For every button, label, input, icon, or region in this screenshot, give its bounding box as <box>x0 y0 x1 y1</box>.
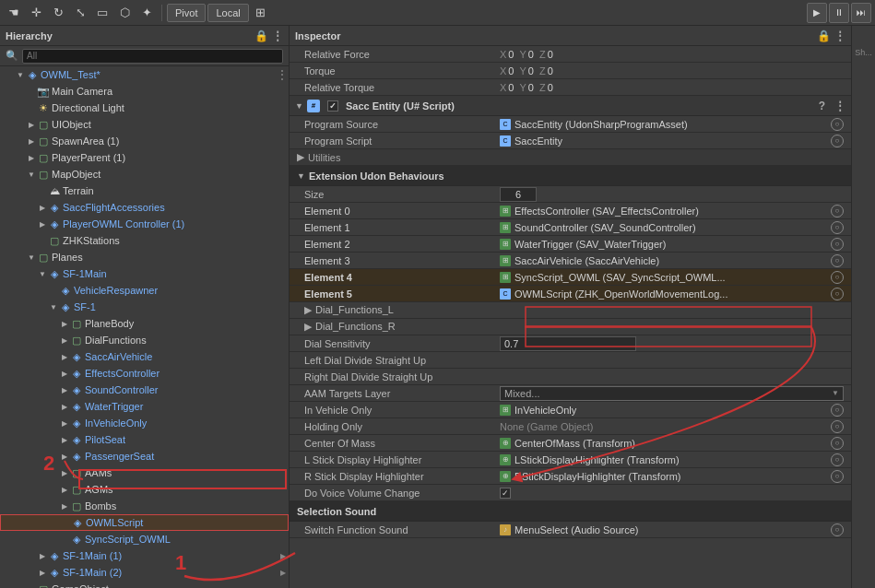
tree-label: InVehicleOnly <box>85 417 289 429</box>
rotate-tool-icon[interactable]: ↻ <box>48 3 68 23</box>
tree-item-pilot-seat[interactable]: ▶ ◈ PilotSeat <box>0 431 289 448</box>
tree-item-game-object[interactable]: ▢ GameObject <box>0 581 289 588</box>
scale-tool-icon[interactable]: ⤡ <box>70 3 90 23</box>
tree-item-in-vehicle[interactable]: ▶ ◈ InVehicleOnly <box>0 415 289 431</box>
script-icon: C <box>500 135 511 147</box>
expand-arrow <box>59 534 70 545</box>
dial-sensitivity-row: Dial Sensitivity <box>290 335 851 352</box>
utilities-section[interactable]: ▶ Utilities <box>290 149 851 166</box>
circle-select-btn[interactable]: ○ <box>831 254 844 267</box>
circle-select-btn[interactable]: ○ <box>831 118 844 131</box>
tree-item-terrain[interactable]: ⛰ Terrain <box>0 182 289 199</box>
tree-item-water[interactable]: ▶ ◈ WaterTrigger <box>0 398 289 415</box>
inspector-menu-icon[interactable]: ⋮ <box>834 29 845 42</box>
hierarchy-menu-icon[interactable]: ⋮ <box>272 29 283 42</box>
prefab-icon: ◈ <box>48 566 61 579</box>
tree-item-sf1main-2[interactable]: ▶ ◈ SF-1Main (2) ▶ <box>0 564 289 581</box>
tree-item-planes[interactable]: ▼ ▢ Planes <box>0 249 289 265</box>
circle-select-btn[interactable]: ○ <box>831 523 844 536</box>
circle-select-btn[interactable]: ○ <box>831 420 844 433</box>
move-tool-icon[interactable]: ✛ <box>26 3 46 23</box>
element-value: ⊞ WaterTrigger (SAV_WaterTrigger) ○ <box>500 238 844 251</box>
tree-item-sf1[interactable]: ▼ ◈ SF-1 <box>0 299 289 315</box>
element-1-row: Element 1 ⊞ SoundController (SAV_SoundCo… <box>290 219 851 236</box>
circle-select-btn[interactable]: ○ <box>831 288 844 300</box>
tree-item-zhk-stations[interactable]: ▢ ZHKStations <box>0 232 289 249</box>
component-settings-icon[interactable]: ⋮ <box>834 100 845 112</box>
tree-item-owml-test[interactable]: ▼ ◈ OWML_Test* ⋮ <box>0 66 289 83</box>
tree-label: SF-1Main <box>63 268 289 279</box>
audio-icon: ♪ <box>500 524 511 535</box>
inspector-panel: Inspector 🔒 ⋮ Relative Force X 0 Y 0 Z 0… <box>290 26 851 588</box>
expand-arrow: ▶ <box>37 218 48 229</box>
ref-icon: ⊞ <box>500 222 511 233</box>
right-dial-row: Right Dial Divide Straight Up <box>290 369 851 385</box>
tree-item-sf1main-1[interactable]: ▶ ◈ SF-1Main (1) ▶ <box>0 547 289 564</box>
rect-tool-icon[interactable]: ▭ <box>92 3 112 23</box>
utilities-label: Utilities <box>308 152 340 163</box>
search-input[interactable] <box>22 49 283 64</box>
circle-select-btn[interactable]: ○ <box>831 453 844 466</box>
tree-item-sacc-flight[interactable]: ▶ ◈ SaccFlightAccessories <box>0 199 289 216</box>
tree-item-agms[interactable]: ▶ ▢ AGMs <box>0 481 289 498</box>
dial-sensitivity-input[interactable] <box>500 336 636 351</box>
circle-select-btn[interactable]: ○ <box>831 271 844 284</box>
field-label: Holding Only <box>297 421 500 432</box>
tree-item-sacc-air[interactable]: ▶ ◈ SaccAirVehicle <box>0 348 289 365</box>
circle-select-btn[interactable]: ○ <box>831 205 844 218</box>
circle-select-btn[interactable]: ○ <box>831 135 844 147</box>
play-button[interactable]: ▶ <box>807 3 827 23</box>
tree-item-sf1main[interactable]: ▼ ◈ SF-1Main <box>0 265 289 282</box>
circle-select-btn[interactable]: ○ <box>831 437 844 450</box>
tree-item-effects[interactable]: ▶ ◈ EffectsController <box>0 365 289 382</box>
tree-item-player-parent[interactable]: ▶ ▢ PlayerParent (1) <box>0 149 289 166</box>
step-button[interactable]: ⏭ <box>851 3 871 23</box>
inspector-lock-icon[interactable]: 🔒 <box>817 29 831 42</box>
transform-tool-icon[interactable]: ⬡ <box>114 3 135 23</box>
pivot-button[interactable]: Pivot <box>167 4 206 22</box>
component-enabled-checkbox[interactable]: ✓ <box>327 100 338 112</box>
custom-tool-icon[interactable]: ✦ <box>136 3 157 23</box>
tree-item-plane-body[interactable]: ▶ ▢ PlaneBody <box>0 315 289 332</box>
tree-item-directional-light[interactable]: ☀ Directional Light <box>0 100 289 116</box>
size-input[interactable] <box>500 187 537 202</box>
checkbox[interactable]: ✓ <box>327 100 338 112</box>
grid-icon[interactable]: ⊞ <box>251 3 271 23</box>
tree-item-player-owml[interactable]: ▶ ◈ PlayerOWML Controller (1) <box>0 216 289 232</box>
local-button[interactable]: Local <box>207 4 248 22</box>
tree-item-passenger-seat[interactable]: ▶ ◈ PassengerSeat <box>0 448 289 465</box>
voice-volume-checkbox[interactable]: ✓ <box>500 488 511 499</box>
tree-item-uiobject[interactable]: ▶ ▢ UIObject <box>0 116 289 133</box>
tree-item-bombs[interactable]: ▶ ▢ Bombs <box>0 498 289 514</box>
tree-item-owml-script[interactable]: ◈ OWMLScript <box>0 514 289 531</box>
tree-item-main-camera[interactable]: 📷 Main Camera <box>0 83 289 100</box>
component-arrow[interactable]: ▼ <box>295 101 303 111</box>
tree-item-map-object[interactable]: ▼ ▢ MapObject <box>0 166 289 182</box>
tree-label: SaccAirVehicle <box>85 351 289 362</box>
tree-item-sound[interactable]: ▶ ◈ SoundController <box>0 382 289 398</box>
circle-select-btn[interactable]: ○ <box>831 238 844 251</box>
tree-item-sync-script[interactable]: ◈ SyncScript_OWML <box>0 531 289 547</box>
pause-button[interactable]: ⏸ <box>829 3 849 23</box>
layer-dropdown[interactable]: Mixed... ▼ <box>500 386 844 401</box>
tree-item-spawn-area[interactable]: ▶ ▢ SpawnArea (1) <box>0 133 289 149</box>
three-dot-menu[interactable]: ⋮ <box>276 67 289 82</box>
tree-item-dial-functions[interactable]: ▶ ▢ DialFunctions <box>0 332 289 348</box>
hierarchy-lock-icon[interactable]: 🔒 <box>254 29 268 42</box>
tree-label: ZHKStations <box>63 235 289 246</box>
circle-select-btn[interactable]: ○ <box>831 221 844 234</box>
expand-arrow: ▶ <box>26 135 37 147</box>
program-source-text: SaccEntity (UdonSharpProgramAsset) <box>514 119 688 130</box>
extension-section-header[interactable]: ▼ Extension Udon Behaviours <box>290 166 851 186</box>
tree-item-vehicle-respawner[interactable]: ◈ VehicleRespawner <box>0 282 289 299</box>
circle-select-btn[interactable]: ○ <box>831 470 844 483</box>
hand-tool-icon[interactable]: ☚ <box>4 3 24 23</box>
field-text: LStickDisplayHighlighter (Transform) <box>514 454 680 465</box>
circle-select-btn[interactable]: ○ <box>831 404 844 417</box>
xyz-values: X 0 Y 0 Z 0 <box>500 49 553 60</box>
main-area: Hierarchy 🔒 ⋮ 🔍 ▼ ◈ OWML_Test* ⋮ 📷 Main … <box>0 26 875 588</box>
help-icon[interactable]: ? <box>819 100 825 112</box>
tree-item-aams[interactable]: ▶ ▢ AAMs <box>0 465 289 481</box>
element-text: SyncScript_OWML (SAV_SyncScript_OWML... <box>514 272 827 283</box>
expand-arrow <box>48 285 59 296</box>
